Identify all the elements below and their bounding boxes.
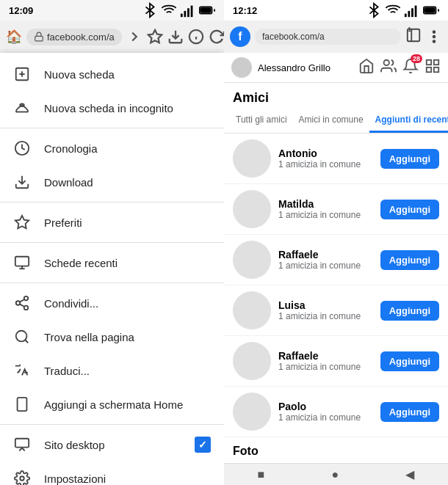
friend-name-0: Antonio (278, 147, 373, 159)
home-icon-fb[interactable] (358, 58, 375, 77)
home-button[interactable]: 🏠 (6, 29, 22, 45)
aggiungi-btn-2[interactable]: Aggiungi (380, 250, 439, 270)
divider-4 (0, 282, 224, 283)
divider-3 (0, 242, 224, 243)
menu-item-recent-tabs[interactable]: Schede recenti (0, 246, 224, 280)
browser-bar-right: f facebook.com/a 1 (224, 21, 448, 53)
friend-avatar-5 (233, 393, 271, 431)
aggiungi-btn-0[interactable]: Aggiungi (380, 149, 439, 169)
status-icons-right (366, 2, 439, 18)
tab-recente[interactable]: Aggiunti di recente (369, 109, 448, 133)
svg-point-43 (384, 60, 389, 65)
friend-info-5: Paolo 1 amicizia in comune (278, 401, 373, 423)
notification-count: 28 (411, 54, 422, 63)
signal-icon-right (404, 2, 420, 18)
desktop-site-checkbox[interactable] (195, 437, 211, 453)
friend-list: Antonio 1 amicizia in comune Aggiungi Ma… (224, 134, 448, 437)
nav-square-right[interactable]: ■ (258, 468, 265, 481)
fb-nav: Alessandro Grillo 28 (224, 53, 448, 83)
svg-rect-46 (434, 68, 438, 72)
aggiungi-btn-4[interactable]: Aggiungi (380, 351, 439, 371)
translate-icon (13, 362, 31, 379)
fb-logo: f (230, 26, 250, 47)
tab-count-btn[interactable]: 1 (405, 27, 422, 47)
friend-avatar-2 (233, 241, 271, 279)
plus-square-icon (13, 65, 31, 83)
friend-info-0: Antonio 1 amicizia in comune (278, 147, 373, 169)
aggiungi-btn-5[interactable]: Aggiungi (380, 402, 439, 422)
tab-tutti[interactable]: Tutti gli amici (230, 109, 293, 133)
friend-name-1: Matilda (278, 198, 373, 210)
friends-icon-fb[interactable] (380, 58, 397, 77)
friend-name-2: Raffaele (278, 249, 373, 260)
friend-info-1: Matilda 1 amicizia in comune (278, 198, 373, 220)
phone-icon (13, 395, 31, 413)
star-icon[interactable] (147, 29, 163, 45)
refresh-icon[interactable] (209, 29, 224, 45)
status-bar-left: 12:09 (0, 0, 224, 21)
search-bar-right[interactable]: facebook.com/a (255, 29, 401, 45)
wifi-icon-left (161, 2, 177, 18)
menu-item-find[interactable]: Trova nella pagina (0, 320, 224, 354)
aggiungi-btn-3[interactable]: Aggiungi (380, 301, 439, 321)
svg-point-25 (16, 331, 27, 342)
dropdown-menu: Nuova scheda Nuova scheda in incognito C… (0, 53, 224, 485)
friend-mutual-5: 1 amicizia in comune (278, 412, 373, 423)
friend-info-2: Raffaele 1 amicizia in comune (278, 249, 373, 271)
menu-item-history[interactable]: Cronologia (0, 131, 224, 165)
tab-comune[interactable]: Amici in comune (293, 109, 369, 133)
friend-avatar-0 (233, 139, 271, 178)
favorites-label: Preferiti (44, 216, 82, 229)
friend-mutual-4: 1 amicizia in comune (278, 362, 373, 372)
more-icon-right[interactable] (426, 29, 442, 45)
menu-item-translate[interactable]: Traduci... (0, 354, 224, 387)
status-bar-right: 12:12 (224, 0, 448, 21)
info-icon[interactable] (188, 29, 204, 45)
menu-icon-fb[interactable] (424, 58, 441, 77)
menu-item-incognito[interactable]: Nuova scheda in incognito (0, 91, 224, 125)
star-menu-icon (13, 214, 31, 231)
menu-item-desktop-site[interactable]: Sito desktop (0, 428, 224, 462)
bottom-nav-right: ■ ● ◀ (224, 463, 448, 485)
url-box-left[interactable]: facebook.com/a (26, 29, 122, 45)
menu-item-favorites[interactable]: Preferiti (0, 205, 224, 239)
friend-mutual-1: 1 amicizia in comune (278, 210, 373, 220)
notification-btn[interactable]: 28 (402, 58, 419, 78)
svg-rect-34 (408, 11, 411, 17)
nav-back-right[interactable]: ◀ (405, 467, 414, 481)
menu-item-add-home[interactable]: Aggiungi a schermata Home (0, 387, 224, 421)
svg-rect-47 (427, 68, 431, 72)
hat-icon (13, 99, 31, 117)
forward-icon[interactable] (126, 29, 142, 45)
svg-point-21 (16, 301, 21, 305)
svg-rect-38 (425, 8, 435, 12)
svg-rect-27 (18, 398, 27, 411)
friend-tabs: Tutti gli amici Amici in comune Aggiunti… (224, 109, 448, 134)
menu-item-settings[interactable]: Impostazioni (0, 462, 224, 485)
status-icons-left (142, 2, 215, 18)
svg-point-40 (433, 31, 436, 33)
friend-avatar-3 (233, 291, 271, 329)
friend-item: Luisa 1 amicizia in comune Aggiungi (224, 285, 448, 336)
friend-mutual-2: 1 amicizia in comune (278, 260, 373, 271)
user-avatar-nav (231, 57, 252, 78)
nav-circle-right[interactable]: ● (332, 468, 339, 481)
search-menu-icon (13, 328, 31, 346)
menu-item-new-tab[interactable]: Nuova scheda (0, 57, 224, 91)
foto-section: Foto Foto con Alessandro Foto di Alessan… (224, 437, 448, 463)
aggiungi-btn-1[interactable]: Aggiungi (380, 200, 439, 219)
download-icon-bar[interactable] (167, 29, 184, 45)
gear-icon (13, 470, 31, 485)
svg-rect-36 (415, 6, 417, 18)
svg-point-30 (20, 476, 24, 481)
svg-marker-16 (15, 216, 29, 228)
add-home-label: Aggiungi a schermata Home (44, 398, 183, 411)
wifi-icon-right (385, 2, 401, 18)
menu-item-download[interactable]: Download (0, 165, 224, 199)
svg-rect-33 (405, 14, 407, 18)
battery-icon-left (199, 2, 215, 18)
find-label: Trova nella pagina (44, 331, 134, 343)
menu-item-share[interactable]: Condividi... (0, 286, 224, 320)
recent-tabs-label: Schede recenti (44, 257, 118, 269)
svg-line-23 (20, 304, 24, 307)
